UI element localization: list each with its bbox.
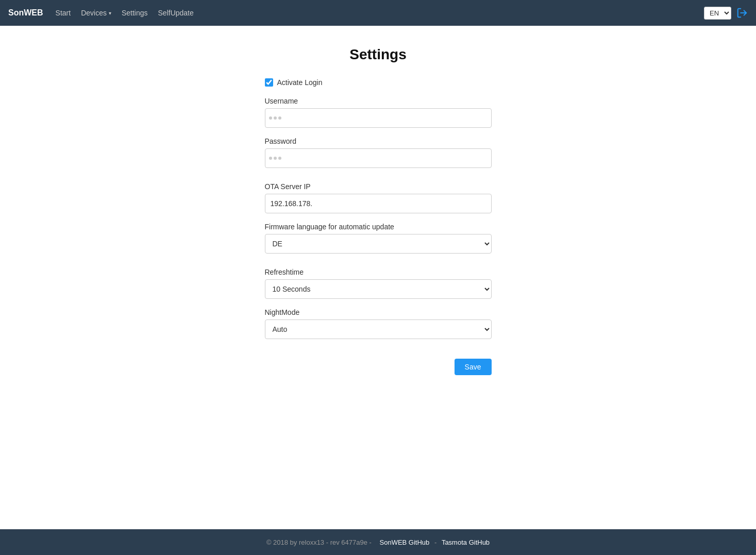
navbar-right: EN DE FR ES [704,7,748,20]
nightmode-label: NightMode [265,308,492,316]
nav-item-settings[interactable]: Settings [122,9,148,17]
save-button-row: Save [265,359,492,375]
username-dots-icon [269,116,281,120]
settings-form: Activate Login Username Password [265,78,492,375]
password-dots-icon [269,157,281,160]
nav-item-devices[interactable]: Devices ▾ [81,9,111,17]
footer-copyright: © 2018 by reloxx13 - rev 6477a9e - [266,539,372,546]
activate-login-label[interactable]: Activate Login [277,78,323,87]
username-label: Username [265,97,492,105]
password-input-wrapper [265,148,492,168]
chevron-down-icon: ▾ [109,10,111,16]
save-button[interactable]: Save [455,359,492,375]
nav-label-start: Start [56,9,71,17]
password-label: Password [265,137,492,145]
ota-server-ip-input[interactable] [265,194,492,213]
footer-separator-1 [375,539,377,546]
nav-item-start[interactable]: Start [56,9,71,17]
page-title: Settings [349,46,406,63]
nav-label-devices: Devices [81,9,107,17]
activate-login-row: Activate Login [265,78,492,87]
footer-sonweb-link[interactable]: SonWEB GitHub [380,539,430,546]
activate-login-checkbox[interactable] [265,78,273,87]
username-input[interactable] [265,108,492,128]
logout-button[interactable] [736,7,748,19]
navbar-brand[interactable]: SonWEB [8,8,43,18]
firmware-language-select[interactable]: DE EN FR ES [265,234,492,254]
ota-server-ip-group: OTA Server IP [265,182,492,213]
footer-tasmota-link[interactable]: Tasmota GitHub [442,539,490,546]
footer-separator-2: - [432,539,439,546]
username-input-wrapper [265,108,492,128]
nav-menu: Start Devices ▾ Settings SelfUpdate [56,9,704,17]
refreshtime-select[interactable]: 5 Seconds 10 Seconds 30 Seconds 60 Secon… [265,279,492,299]
refreshtime-label: Refreshtime [265,268,492,276]
username-group: Username [265,97,492,128]
nav-item-selfupdate[interactable]: SelfUpdate [158,9,194,17]
nightmode-select[interactable]: Auto On Off [265,319,492,339]
password-group: Password [265,137,492,168]
nav-label-selfupdate: SelfUpdate [158,9,194,17]
ota-server-ip-label: OTA Server IP [265,182,492,191]
main-content: Settings Activate Login Username Passwor… [0,26,756,529]
firmware-language-group: Firmware language for automatic update D… [265,223,492,254]
refreshtime-group: Refreshtime 5 Seconds 10 Seconds 30 Seco… [265,268,492,299]
nav-label-settings: Settings [122,9,148,17]
language-select[interactable]: EN DE FR ES [704,7,731,20]
footer: © 2018 by reloxx13 - rev 6477a9e - SonWE… [0,529,756,555]
navbar: SonWEB Start Devices ▾ Settings SelfUpda… [0,0,756,26]
nightmode-group: NightMode Auto On Off [265,308,492,339]
firmware-language-label: Firmware language for automatic update [265,223,492,231]
password-input[interactable] [265,148,492,168]
logout-icon [736,7,748,19]
